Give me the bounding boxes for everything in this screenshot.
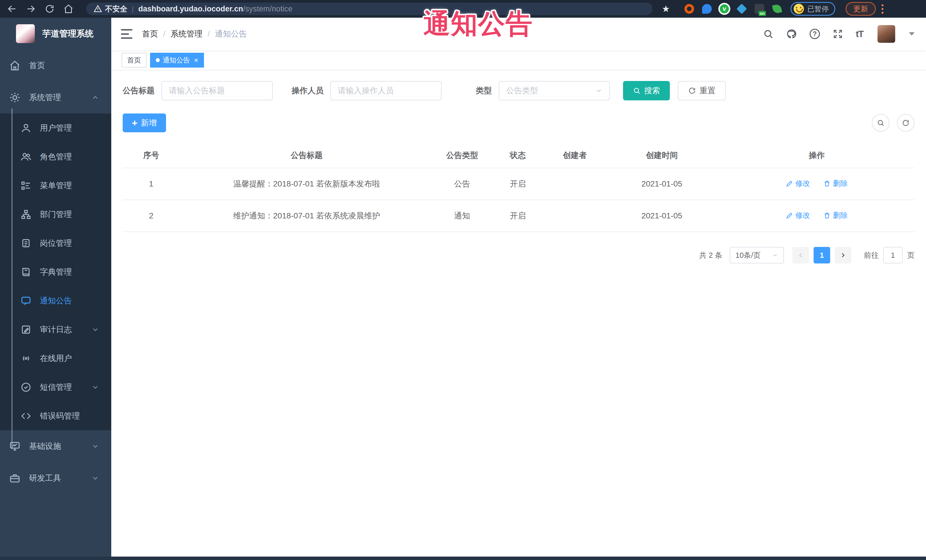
pencil-icon bbox=[786, 180, 793, 187]
delete-button[interactable]: 删除 bbox=[823, 210, 848, 220]
delete-button[interactable]: 删除 bbox=[823, 178, 848, 189]
breadcrumb-system[interactable]: 系统管理 bbox=[171, 29, 203, 39]
sidebar-item-infrastructure[interactable]: 基础设施 bbox=[0, 430, 111, 462]
extension-pin-icon[interactable] bbox=[702, 4, 712, 14]
sidebar-item-users[interactable]: 用户管理 bbox=[0, 113, 111, 142]
app-logo[interactable]: 芋道管理系统 bbox=[0, 18, 111, 50]
breadcrumb: 首页 / 系统管理 / 通知公告 bbox=[142, 29, 247, 39]
col-creator: 创建者 bbox=[545, 142, 605, 168]
extension-dark-icon[interactable]: on bbox=[755, 4, 764, 14]
edit-button[interactable]: 修改 bbox=[786, 178, 810, 189]
sidebar-item-departments[interactable]: 部门管理 bbox=[0, 200, 111, 229]
refresh-icon bbox=[688, 87, 696, 95]
prev-page-button[interactable] bbox=[793, 247, 809, 263]
security-warning[interactable]: 不安全 bbox=[94, 4, 127, 14]
operator-input[interactable] bbox=[330, 81, 442, 100]
user-avatar[interactable] bbox=[878, 25, 895, 43]
breadcrumb-current: 通知公告 bbox=[215, 29, 247, 39]
sidebar-item-roles[interactable]: 角色管理 bbox=[0, 142, 111, 171]
extension-green-icon[interactable]: v bbox=[720, 4, 729, 14]
address-bar[interactable]: 不安全 | dashboard.yudao.iocoder.cn/system/… bbox=[86, 3, 652, 15]
sidebar-item-dict[interactable]: 字典管理 bbox=[0, 258, 111, 286]
search-icon[interactable] bbox=[763, 29, 774, 39]
refresh-icon bbox=[902, 119, 910, 127]
back-icon[interactable] bbox=[7, 4, 17, 14]
font-size-icon[interactable]: tT bbox=[856, 29, 863, 39]
fullscreen-icon[interactable] bbox=[832, 29, 843, 39]
code-icon bbox=[21, 411, 31, 421]
extension-gem-icon[interactable] bbox=[737, 4, 747, 14]
browser-update-button[interactable]: 更新 bbox=[846, 2, 876, 16]
sidebar-item-system[interactable]: 系统管理 bbox=[0, 82, 111, 113]
title-input[interactable] bbox=[162, 81, 273, 100]
goto-page-input[interactable] bbox=[883, 247, 903, 263]
sidebar-item-online-users[interactable]: 在线用户 bbox=[0, 344, 111, 373]
sidebar-item-menus[interactable]: 菜单管理 bbox=[0, 171, 111, 200]
chevron-down-icon bbox=[91, 383, 99, 391]
online-signal-icon bbox=[21, 353, 31, 364]
edit-label: 修改 bbox=[795, 210, 810, 220]
cell-title: 温馨提醒：2018-07-01 若依新版本发布啦 bbox=[180, 168, 434, 200]
sidebar-item-sms[interactable]: 短信管理 bbox=[0, 373, 111, 402]
cell-actions: 修改 删除 bbox=[719, 168, 915, 200]
edit-button[interactable]: 修改 bbox=[786, 210, 810, 220]
page-size-select[interactable]: 10条/页 bbox=[730, 247, 784, 263]
sidebar: 芋道管理系统 首页 系统管理 用户管理 角色管理 bbox=[0, 18, 111, 557]
sidebar-item-label: 研发工具 bbox=[29, 473, 61, 484]
bookmark-star-icon[interactable]: ★ bbox=[661, 4, 671, 14]
col-status: 状态 bbox=[491, 142, 545, 168]
tag-notice[interactable]: 通知公告 × bbox=[150, 53, 204, 68]
sidebar-scrollbar[interactable] bbox=[11, 108, 12, 449]
hide-search-button[interactable] bbox=[872, 114, 890, 132]
sidebar-item-notice[interactable]: 通知公告 bbox=[0, 286, 111, 315]
forward-icon[interactable] bbox=[26, 4, 36, 14]
sidebar-item-error-code[interactable]: 错误码管理 bbox=[0, 402, 111, 430]
tag-home[interactable]: 首页 bbox=[121, 53, 147, 68]
search-button[interactable]: 搜索 bbox=[623, 81, 670, 100]
users-icon bbox=[21, 151, 31, 162]
avatar-caret-icon[interactable] bbox=[909, 32, 915, 36]
sidebar-item-dev-tools[interactable]: 研发工具 bbox=[0, 462, 111, 494]
extension-leaf-icon[interactable] bbox=[772, 4, 782, 14]
edit-label: 修改 bbox=[795, 178, 810, 189]
cell-actions: 修改 删除 bbox=[719, 200, 915, 232]
reload-icon[interactable] bbox=[44, 4, 55, 14]
toolbox-icon bbox=[9, 472, 21, 484]
sidebar-item-audit-log[interactable]: 审计日志 bbox=[0, 315, 111, 344]
breadcrumb-separator: / bbox=[163, 29, 165, 38]
sidebar-toggle-icon[interactable] bbox=[121, 29, 132, 39]
sidebar-item-label: 用户管理 bbox=[40, 122, 72, 133]
total-count: 共 2 条 bbox=[699, 251, 722, 260]
github-icon[interactable] bbox=[786, 29, 797, 39]
current-page-button[interactable]: 1 bbox=[814, 247, 830, 263]
extension-orange-icon[interactable] bbox=[684, 4, 694, 14]
page-size-value: 10条/页 bbox=[735, 251, 761, 260]
reset-button[interactable]: 重置 bbox=[678, 81, 726, 100]
delete-label: 删除 bbox=[833, 178, 848, 189]
navbar-actions: ? tT bbox=[763, 25, 915, 43]
close-icon[interactable]: × bbox=[194, 56, 198, 64]
sidebar-item-label: 岗位管理 bbox=[40, 238, 72, 249]
type-select[interactable]: 公告类型 bbox=[499, 81, 610, 100]
sidebar-item-posts[interactable]: 岗位管理 bbox=[0, 229, 111, 258]
url-text: dashboard.yudao.iocoder.cn/system/notice bbox=[138, 5, 292, 14]
cell-creator bbox=[545, 168, 605, 200]
app-title: 芋道管理系统 bbox=[42, 28, 94, 40]
help-icon[interactable]: ? bbox=[809, 29, 820, 39]
cell-title: 维护通知：2018-07-01 若依系统凌晨维护 bbox=[180, 200, 434, 232]
browser-menu-icon[interactable] bbox=[881, 3, 885, 15]
sidebar-item-label: 基础设施 bbox=[29, 441, 61, 452]
sidebar-menu: 首页 系统管理 用户管理 角色管理 菜单管理 bbox=[0, 50, 111, 494]
notice-table: 序号 公告标题 公告类型 状态 创建者 创建时间 操作 1 温馨提醒：2018- bbox=[123, 142, 915, 232]
profile-paused-chip[interactable]: 已暂停 bbox=[790, 2, 835, 16]
sidebar-item-home[interactable]: 首页 bbox=[0, 50, 111, 82]
table-toolbar: + 新增 bbox=[123, 113, 915, 132]
breadcrumb-home[interactable]: 首页 bbox=[142, 29, 158, 39]
refresh-table-button[interactable] bbox=[897, 114, 915, 132]
add-button[interactable]: + 新增 bbox=[123, 113, 166, 132]
home-icon[interactable] bbox=[64, 4, 74, 14]
next-page-button[interactable] bbox=[835, 247, 851, 263]
menu-tree-icon bbox=[21, 180, 31, 191]
chevron-up-icon bbox=[91, 94, 99, 101]
sidebar-item-label: 在线用户 bbox=[40, 353, 72, 364]
